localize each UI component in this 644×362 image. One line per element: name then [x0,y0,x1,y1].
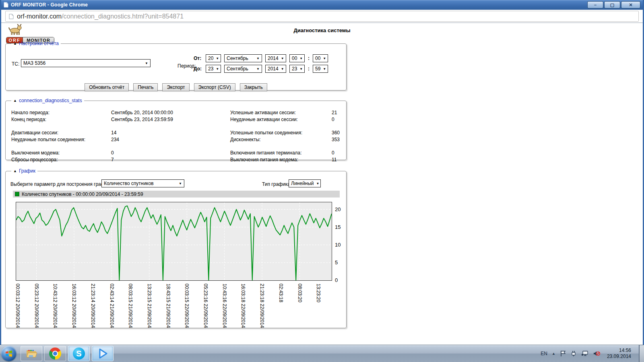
action-center-flag-icon[interactable] [560,350,566,357]
x-axis-tick: 00:03:12 20/09/2014 [15,284,21,328]
export-button[interactable]: Экспорт [162,83,189,91]
x-axis-tick: 10:43:16 22/09/2014 [222,284,227,328]
chart-legend-toggle[interactable]: ▲ График [11,168,37,174]
x-axis-tick: 16:03:18 22/09/2014 [240,284,246,328]
language-indicator[interactable]: EN [541,351,547,356]
from-label: От: [194,56,202,61]
start-button[interactable] [1,346,17,361]
to-minute-select[interactable]: 59▼ [313,65,328,73]
chrome-icon [49,348,61,360]
y-axis-tick: 10 [335,242,341,248]
x-axis-tick: 00:03:15 22/09/2014 [184,284,190,328]
period-from-row: От: 20▼ Сентябрь▼ 2014▼ 00▼ : 00▼ [194,54,328,62]
chart-type-label: Тип графика: [262,181,291,187]
power-plug-icon[interactable] [570,350,577,357]
taskbar-explorer-button[interactable] [21,346,42,361]
stat-row: Конец периода:Сентябрь 23, 2014 23:59:59 [11,116,184,123]
chart-param-select[interactable]: Количество спутников ▼ [101,179,184,187]
period-label: Период: [178,63,196,69]
skype-icon: S [73,348,85,360]
minimize-button[interactable]: – [587,1,603,8]
collapse-icon: ▲ [13,169,17,173]
y-axis-labels: 05101520 [335,202,347,282]
stat-row: Неудачные попытки соединения:234 [11,136,184,143]
line-chart-plot [16,202,332,281]
clock[interactable]: 14:56 23.09.2014 [607,348,631,360]
to-year-select[interactable]: 2014▼ [265,65,286,73]
print-button[interactable]: Печать [133,83,158,91]
stat-row: Дисконнекты:353 [230,136,343,143]
period-to-row: До: 23▼ Сентябрь▼ 2014▼ 23▼ : 59▼ [194,65,328,73]
chevron-down-icon: ▼ [323,67,326,71]
browser-window: ORF MONITOR - Google Chrome – ▢ ✕ orf-mo… [0,0,644,345]
connection-stats-legend[interactable]: ▲ connection_diagnostics_stats [11,98,84,103]
x-axis-tick: 02:43:18 [278,284,284,302]
report-settings-panel: ▲ Настройки отчёта ТС: МАЗ 5356 ▼ Период… [5,41,347,90]
tray-date: 23.09.2014 [607,354,631,360]
stat-row: Сбросы процессора:7 [11,156,184,163]
x-axis-tick: 10:43:12 20/09/2014 [52,284,58,328]
refresh-report-button[interactable]: Обновить отчёт [85,83,129,91]
to-day-select[interactable]: 23▼ [206,65,221,73]
vehicle-select[interactable]: МАЗ 5356 ▼ [21,59,151,67]
vehicle-select-value: МАЗ 5356 [23,60,45,66]
show-desktop-button[interactable] [639,345,644,362]
time-colon: : [308,56,310,61]
chart-param-label: Выберите параметр для построения графика… [10,181,114,187]
network-icon[interactable] [581,350,588,357]
address-bar[interactable]: orf-monitor.com/connection_diagnostics.h… [5,11,639,22]
stat-row: Деактивации сессии:14 [11,129,184,136]
system-tray: EN ▲ [541,345,644,362]
actions-row: Обновить отчёт Печать Экспорт Экспорт (C… [6,83,346,91]
collapse-icon: ▲ [13,99,17,103]
volume-muted-icon[interactable] [593,350,600,357]
x-axis-tick: 08:03:15 21/09/2014 [128,284,133,328]
chevron-down-icon: ▼ [299,57,303,60]
window-title: ORF MONITOR - Google Chrome [11,2,88,8]
chevron-down-icon: ▼ [323,57,326,60]
taskbar-media-player-button[interactable] [92,346,114,361]
url-domain: orf-monitor.com [17,13,62,20]
x-axis-tick: 05:23:16 22/09/2014 [203,284,208,328]
taskbar-skype-button[interactable]: S [68,346,90,361]
chevron-down-icon: ▼ [145,62,148,65]
chevron-down-icon: ▼ [256,57,260,60]
to-month-select[interactable]: Сентябрь▼ [224,65,262,73]
export-csv-button[interactable]: Экспорт (CSV) [194,83,235,91]
report-settings-legend[interactable]: ▲ Настройки отчёта [11,41,61,46]
from-day-select[interactable]: 20▼ [206,54,221,62]
x-axis-tick: 08:03:20 [297,284,303,302]
report-settings-title: Настройки отчёта [19,41,59,46]
time-colon: : [308,66,310,72]
chevron-down-icon: ▼ [316,182,320,185]
connection-stats-title: connection_diagnostics_stats [19,98,82,103]
play-icon [97,348,109,360]
to-hour-select[interactable]: 23▼ [289,65,305,73]
close-report-button[interactable]: Закрыть [240,83,267,91]
close-button[interactable]: ✕ [621,1,640,8]
stats-left-column: Начало периода:Сентябрь 20, 2014 00:00:0… [11,109,184,163]
show-hidden-icons-chevron[interactable]: ▲ [552,352,555,356]
chart-panel: ▲ График Выберите параметр для построени… [5,168,347,328]
taskbar-chrome-button[interactable] [44,346,66,361]
stats-right-column: Успешные активации сессии:21 Неудачные а… [230,109,343,163]
to-label: До: [194,66,202,72]
from-minute-select[interactable]: 00▼ [313,54,328,62]
page-title: Диагностика системы [1,27,643,33]
series-color-swatch [15,192,19,196]
window-titlebar: ORF MONITOR - Google Chrome – ▢ ✕ [1,0,643,10]
page-icon [4,2,8,8]
chevron-down-icon: ▼ [299,67,303,71]
from-hour-select[interactable]: 00▼ [289,54,305,62]
chart-type-select[interactable]: Линейный ▼ [289,179,321,187]
stat-row: Выключения модема:0 [11,149,184,156]
chevron-down-icon: ▼ [281,57,284,60]
from-year-select[interactable]: 2014▼ [265,54,286,62]
maximize-button[interactable]: ▢ [604,1,620,8]
stat-row: Включения питания терминала:0 [230,149,343,156]
y-axis-tick: 15 [335,224,341,230]
x-axis-labels: 00:03:12 20/09/201405:23:12 20/09/201410… [16,284,334,332]
chevron-down-icon: ▼ [256,67,260,71]
windows-taskbar: S EN ▲ [0,345,644,362]
from-month-select[interactable]: Сентябрь▼ [224,54,262,62]
